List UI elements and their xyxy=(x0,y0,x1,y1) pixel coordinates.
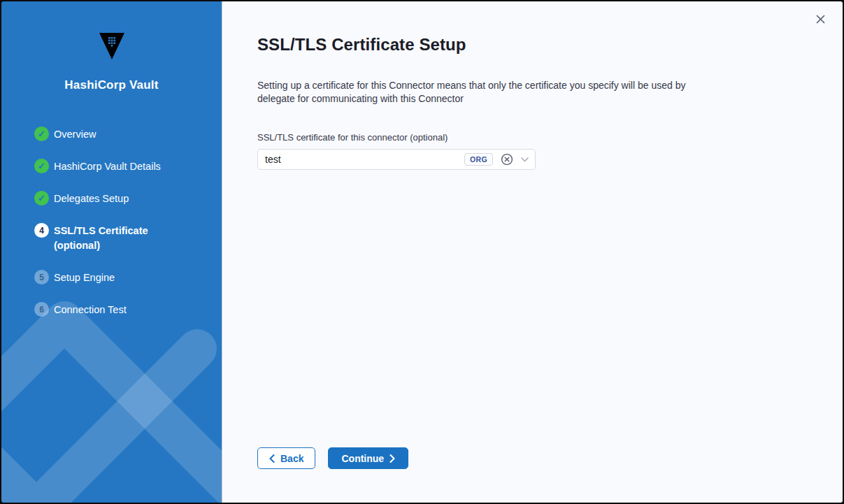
step-label: SSL/TLS Certificate (optional) xyxy=(54,223,176,253)
chevron-down-icon[interactable] xyxy=(521,157,529,162)
wizard-step-item[interactable]: 5 Setup Engine xyxy=(34,270,222,285)
step-status-icon: ✓ xyxy=(34,159,49,173)
hashicorp-vault-logo-icon xyxy=(1,33,222,59)
step-status-icon: 4 xyxy=(34,223,49,238)
step-label: Delegates Setup xyxy=(54,191,129,206)
sidebar-title: HashiCorp Vault xyxy=(1,78,222,92)
step-status-icon: 5 xyxy=(34,270,49,285)
step-label: Setup Engine xyxy=(54,270,115,285)
wizard-step-item[interactable]: ✓ Delegates Setup xyxy=(34,191,222,206)
back-button[interactable]: Back xyxy=(257,447,315,469)
step-status-icon: 6 xyxy=(34,302,49,317)
wizard-steps: ✓ Overview ✓ HashiCorp Vault Details ✓ D… xyxy=(1,127,222,317)
scope-badge[interactable]: ORG xyxy=(464,153,493,166)
wizard-step-item[interactable]: 4 SSL/TLS Certificate (optional) xyxy=(34,223,222,253)
certificate-field-label: SSL/TLS certificate for this connector (… xyxy=(257,132,801,143)
step-label: Connection Test xyxy=(54,302,127,317)
step-label: Overview xyxy=(54,127,96,142)
clear-selection-icon[interactable] xyxy=(501,153,513,166)
wizard-step-item[interactable]: ✓ HashiCorp Vault Details xyxy=(34,159,222,174)
continue-button-label: Continue xyxy=(341,453,384,464)
step-label: HashiCorp Vault Details xyxy=(54,159,161,174)
wizard-step-item[interactable]: 6 Connection Test xyxy=(34,302,222,317)
certificate-input-container: ORG xyxy=(257,149,536,170)
wizard-sidebar: HashiCorp Vault ✓ Overview ✓ HashiCorp V… xyxy=(1,1,222,503)
back-button-label: Back xyxy=(280,453,303,464)
step-status-icon: ✓ xyxy=(34,127,49,141)
wizard-content: SSL/TLS Certificate Setup Setting up a c… xyxy=(222,1,843,503)
page-title: SSL/TLS Certificate Setup xyxy=(257,35,801,55)
continue-button[interactable]: Continue xyxy=(328,447,408,469)
chevron-right-icon xyxy=(389,454,395,463)
close-icon[interactable] xyxy=(813,11,828,27)
connector-setup-dialog: HashiCorp Vault ✓ Overview ✓ HashiCorp V… xyxy=(1,1,843,503)
certificate-field: SSL/TLS certificate for this connector (… xyxy=(257,132,801,170)
page-description: Setting up a certificate for this Connec… xyxy=(257,79,705,105)
step-status-icon: ✓ xyxy=(34,191,49,206)
wizard-step-item[interactable]: ✓ Overview xyxy=(34,127,222,142)
wizard-footer: Back Continue xyxy=(257,447,408,469)
chevron-left-icon xyxy=(269,454,275,463)
certificate-input[interactable] xyxy=(265,154,464,165)
